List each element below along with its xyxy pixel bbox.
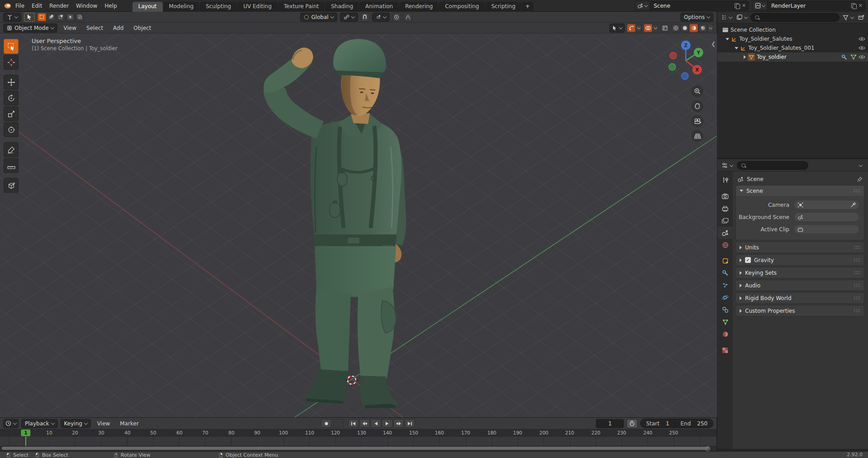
- pan-hand-button[interactable]: [691, 100, 703, 112]
- timeline-editor-dropdown[interactable]: [3, 419, 19, 428]
- hide-eye-icon[interactable]: [859, 37, 865, 41]
- select-mode-subtract-button[interactable]: [57, 13, 65, 21]
- shading-wireframe-button[interactable]: [671, 24, 680, 32]
- toy-soldier-model[interactable]: [264, 39, 406, 408]
- menu-window[interactable]: Window: [72, 3, 101, 9]
- tab-particles[interactable]: [717, 279, 733, 291]
- play-button[interactable]: [382, 419, 392, 428]
- jump-to-start-button[interactable]: [348, 419, 359, 428]
- use-preview-range-button[interactable]: [627, 419, 637, 428]
- active-tool-button[interactable]: [24, 13, 35, 22]
- menu-render[interactable]: Render: [46, 3, 72, 9]
- viewport-menu-add[interactable]: Add: [109, 25, 127, 31]
- overlays-dropdown[interactable]: [652, 24, 658, 32]
- new-view-layer-button[interactable]: [851, 3, 856, 9]
- select-mode-set-button[interactable]: [38, 13, 46, 21]
- tab-sculpting[interactable]: Sculpting: [200, 2, 237, 12]
- outliner-row-scene-collection[interactable]: Scene Collection: [717, 25, 868, 34]
- tab-rendering[interactable]: Rendering: [399, 2, 439, 12]
- add-workspace-button[interactable]: +: [522, 2, 533, 12]
- hide-eye-icon[interactable]: [859, 46, 865, 50]
- proportional-editing-button[interactable]: [392, 13, 401, 22]
- drag-handle-icon[interactable]: [854, 189, 860, 193]
- outliner-row-toy-soldier-salutes-001[interactable]: Toy_Soldier_Salutes_001: [717, 43, 868, 52]
- play-reverse-button[interactable]: [371, 419, 381, 428]
- snap-toggle-button[interactable]: [361, 13, 369, 22]
- keying-dropdown[interactable]: Keying: [61, 419, 91, 428]
- tab-compositing[interactable]: Compositing: [439, 2, 485, 12]
- editor-type-dropdown[interactable]: [3, 13, 21, 22]
- properties-search-input[interactable]: [737, 161, 808, 170]
- camera-view-button[interactable]: [691, 115, 703, 127]
- menu-help[interactable]: Help: [101, 3, 120, 9]
- select-mode-invert-button[interactable]: [66, 13, 75, 21]
- viewport-canvas[interactable]: User Perspective (1) Scene Collection | …: [0, 33, 717, 417]
- scene-browse-button[interactable]: [635, 1, 650, 10]
- scene-panel-header[interactable]: Scene: [736, 186, 864, 196]
- tab-world[interactable]: [717, 239, 733, 251]
- eyedropper-icon[interactable]: [850, 202, 856, 208]
- scene-name[interactable]: Scene: [650, 3, 735, 9]
- expand-arrow[interactable]: [744, 55, 746, 59]
- current-frame-field[interactable]: 1: [596, 419, 624, 428]
- menu-file[interactable]: File: [12, 3, 28, 9]
- show-gizmo-button[interactable]: [627, 24, 636, 32]
- expand-arrow[interactable]: [726, 38, 729, 40]
- tab-output[interactable]: [717, 202, 733, 215]
- gizmo-axis-x-neg[interactable]: [670, 52, 677, 59]
- timeline-ruler[interactable]: 1 10 20 30 40 50 60 70 80 90 100 110 120…: [0, 429, 717, 437]
- playback-dropdown[interactable]: Playback: [21, 419, 58, 428]
- select-mode-intersect-button[interactable]: [75, 13, 84, 21]
- tab-shading[interactable]: Shading: [325, 2, 359, 12]
- expand-arrow[interactable]: [735, 47, 738, 49]
- viewport-3d[interactable]: Global: [0, 12, 717, 417]
- gizmo-axis-z-neg[interactable]: [682, 73, 689, 80]
- keying-sets-panel-header[interactable]: Keying Sets: [736, 267, 864, 278]
- gizmo-dropdown[interactable]: [636, 24, 642, 32]
- tab-uv-editing[interactable]: UV Editing: [237, 2, 278, 12]
- drag-handle-icon[interactable]: [854, 258, 860, 262]
- shading-solid-button[interactable]: [680, 24, 689, 32]
- tab-object-data[interactable]: [717, 316, 733, 328]
- jump-next-keyframe-button[interactable]: [393, 419, 404, 428]
- outliner-row-toy-soldier-salutes[interactable]: Toy_Soldier_Salutes: [717, 34, 868, 43]
- show-overlays-button[interactable]: [644, 24, 652, 32]
- keying-blank-button[interactable]: [333, 419, 344, 428]
- modifier-wrench-icon[interactable]: [841, 54, 848, 60]
- tool-rotate[interactable]: [4, 91, 19, 105]
- tab-render[interactable]: [717, 190, 733, 202]
- viewport-menu-object[interactable]: Object: [130, 25, 155, 31]
- hide-eye-icon[interactable]: [859, 55, 865, 59]
- tool-transform[interactable]: [4, 122, 19, 137]
- outliner-display-mode-dropdown[interactable]: [720, 13, 733, 22]
- drag-handle-icon[interactable]: [854, 271, 860, 275]
- shading-dropdown[interactable]: [708, 24, 713, 32]
- viewport-menu-view[interactable]: View: [60, 25, 80, 31]
- tab-layout[interactable]: Layout: [132, 2, 163, 12]
- gravity-checkbox[interactable]: [745, 257, 751, 263]
- tool-select-box[interactable]: [4, 39, 19, 54]
- options-dropdown[interactable]: Options: [680, 13, 713, 22]
- gizmo-axis-y-neg[interactable]: [669, 64, 676, 71]
- jump-to-end-button[interactable]: [405, 419, 415, 428]
- tool-move[interactable]: [4, 75, 19, 90]
- viewport-menu-select[interactable]: Select: [83, 25, 107, 31]
- new-scene-button[interactable]: [735, 3, 740, 9]
- gravity-panel-header[interactable]: Gravity: [736, 255, 864, 265]
- timeline-scrollbar[interactable]: [2, 447, 709, 450]
- tool-cursor[interactable]: [4, 55, 19, 70]
- tab-material[interactable]: [717, 328, 733, 340]
- tab-texture[interactable]: [717, 344, 733, 356]
- tab-tool[interactable]: [717, 174, 733, 186]
- tab-physics[interactable]: [717, 291, 733, 304]
- tab-modifiers[interactable]: [717, 267, 733, 279]
- tab-scripting[interactable]: Scripting: [486, 2, 521, 12]
- drag-handle-icon[interactable]: [854, 309, 860, 313]
- menu-edit[interactable]: Edit: [28, 3, 46, 9]
- outliner-search-input[interactable]: [750, 13, 840, 22]
- view-layer-name[interactable]: RenderLayer: [768, 3, 851, 9]
- zoom-button[interactable]: [691, 85, 703, 97]
- auto-keying-button[interactable]: [321, 419, 331, 428]
- jump-prev-keyframe-button[interactable]: [359, 419, 370, 428]
- shading-rendered-button[interactable]: [698, 24, 707, 32]
